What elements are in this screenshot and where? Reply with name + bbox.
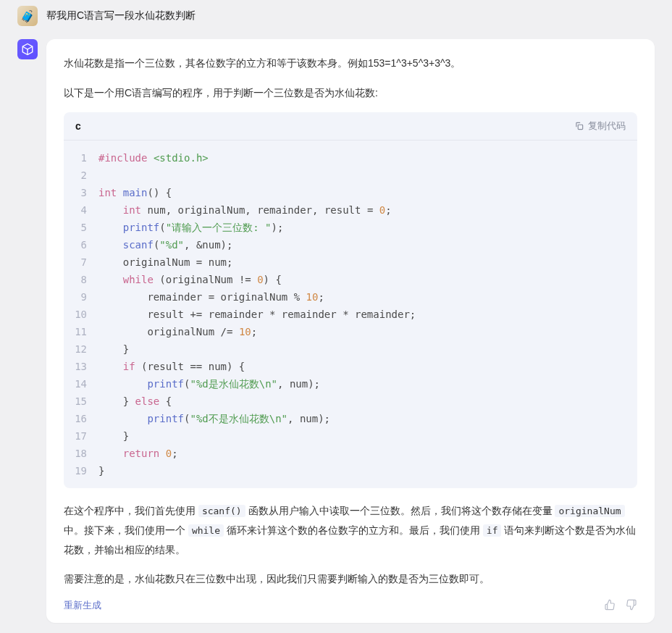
line-number: 18 (64, 445, 98, 462)
line-number: 7 (64, 253, 98, 271)
paragraph-1: 水仙花数是指一个三位数，其各位数字的立方和等于该数本身。例如153=1^3+5^… (64, 54, 637, 73)
user-message-text: 帮我用C语言写一段水仙花数判断 (46, 9, 196, 22)
code-source: while (originalNum != 0) { (98, 271, 282, 288)
cube-icon (21, 43, 34, 56)
feedback-actions (604, 599, 637, 613)
code-line: 19} (64, 462, 637, 479)
line-number: 12 (64, 340, 98, 358)
code-line: 7 originalNum = num; (64, 253, 637, 271)
paragraph-3: 在这个程序中，我们首先使用 scanf() 函数从用户输入中读取一个三位数。然后… (64, 501, 637, 559)
code-line: 13 if (result == num) { (64, 358, 637, 375)
code-line: 9 remainder = originalNum % 10; (64, 288, 637, 306)
code-source: } (98, 427, 129, 445)
line-number: 9 (64, 288, 98, 306)
code-source: result += remainder * remainder * remain… (98, 306, 416, 323)
paragraph-2: 以下是一个用C语言编写的程序，用于判断一个三位数是否为水仙花数: (64, 83, 637, 103)
inline-code: scanf() (198, 505, 245, 517)
code-line: 1#include <stdio.h> (64, 149, 637, 167)
line-number: 19 (64, 462, 98, 479)
code-line: 14 printf("%d是水仙花数\n", num); (64, 375, 637, 393)
thumbs-down-button[interactable] (626, 599, 637, 613)
code-source: } (98, 462, 104, 479)
code-header: c 复制代码 (64, 112, 637, 141)
svg-rect-0 (578, 125, 582, 129)
user-avatar: 🧳 (17, 6, 38, 26)
code-line: 18 return 0; (64, 445, 637, 462)
code-source: printf("请输入一个三位数: "); (98, 219, 283, 236)
code-line: 4 int num, originalNum, remainder, resul… (64, 201, 637, 219)
code-source: originalNum /= 10; (98, 323, 257, 340)
inline-code: while (188, 524, 224, 537)
code-line: 15 } else { (64, 393, 637, 410)
code-source: remainder = originalNum % 10; (98, 288, 324, 306)
code-block: c 复制代码 1#include <stdio.h>23int main() {… (64, 112, 637, 488)
code-source: scanf("%d", &num); (98, 236, 232, 253)
code-source: int num, originalNum, remainder, result … (98, 201, 392, 219)
code-source: } (98, 340, 129, 358)
paragraph-4: 需要注意的是，水仙花数只在三位数中出现，因此我们只需要判断输入的数是否为三位数即… (64, 569, 637, 589)
line-number: 4 (64, 201, 98, 219)
code-body[interactable]: 1#include <stdio.h>23int main() {4 int n… (64, 141, 637, 488)
code-line: 5 printf("请输入一个三位数: "); (64, 219, 637, 236)
inline-code: if (483, 524, 502, 537)
line-number: 10 (64, 306, 98, 323)
code-line: 6 scanf("%d", &num); (64, 236, 637, 253)
line-number: 2 (64, 167, 98, 184)
thumbs-up-button[interactable] (604, 599, 616, 613)
line-number: 14 (64, 375, 98, 393)
code-line: 2 (64, 167, 637, 184)
assistant-card: 水仙花数是指一个三位数，其各位数字的立方和等于该数本身。例如153=1^3+5^… (46, 39, 655, 623)
user-message-row: 🧳 帮我用C语言写一段水仙花数判断 (17, 6, 655, 26)
line-number: 5 (64, 219, 98, 236)
line-number: 11 (64, 323, 98, 340)
code-source: printf("%d是水仙花数\n", num); (98, 375, 320, 393)
code-source: return 0; (98, 445, 178, 462)
thumbs-down-icon (626, 599, 637, 611)
code-line: 17 } (64, 427, 637, 445)
code-line: 11 originalNum /= 10; (64, 323, 637, 340)
line-number: 8 (64, 271, 98, 288)
line-number: 16 (64, 410, 98, 427)
code-line: 8 while (originalNum != 0) { (64, 271, 637, 288)
copy-code-label: 复制代码 (588, 120, 626, 133)
assistant-row: 水仙花数是指一个三位数，其各位数字的立方和等于该数本身。例如153=1^3+5^… (17, 39, 655, 623)
code-line: 10 result += remainder * remainder * rem… (64, 306, 637, 323)
inline-code: originalNum (555, 505, 624, 517)
code-language: c (75, 120, 81, 132)
line-number: 6 (64, 236, 98, 253)
thumbs-up-icon (604, 599, 616, 611)
line-number: 13 (64, 358, 98, 375)
copy-icon (574, 121, 584, 131)
code-source: #include <stdio.h> (98, 149, 209, 167)
copy-code-button[interactable]: 复制代码 (574, 120, 626, 133)
assistant-avatar (17, 39, 38, 59)
code-source: int main() { (98, 184, 172, 201)
code-source: originalNum = num; (98, 253, 232, 271)
code-source: } else { (98, 393, 172, 410)
line-number: 15 (64, 393, 98, 410)
code-source: if (result == num) { (98, 358, 245, 375)
code-line: 3int main() { (64, 184, 637, 201)
card-footer: 重新生成 (64, 599, 637, 613)
code-source: printf("%d不是水仙花数\n", num); (98, 410, 330, 427)
regenerate-button[interactable]: 重新生成 (64, 599, 101, 612)
code-line: 16 printf("%d不是水仙花数\n", num); (64, 410, 637, 427)
line-number: 17 (64, 427, 98, 445)
line-number: 3 (64, 184, 98, 201)
code-line: 12 } (64, 340, 637, 358)
line-number: 1 (64, 149, 98, 167)
